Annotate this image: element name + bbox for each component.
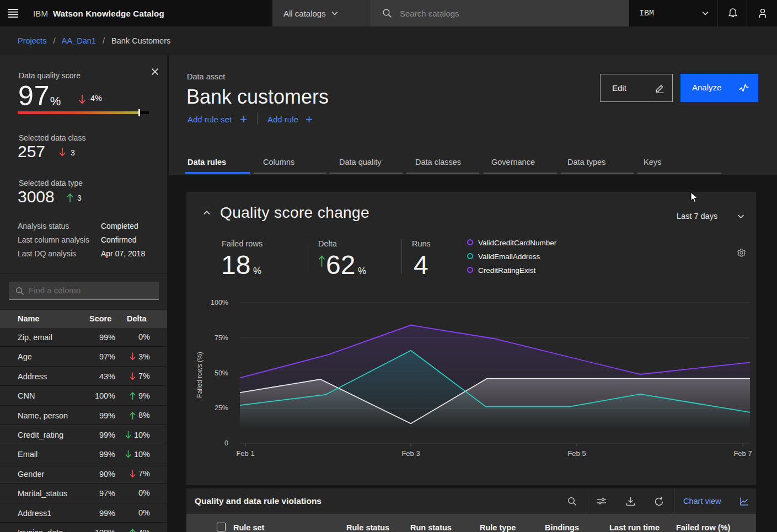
svg-text:Feb 7: Feb 7 xyxy=(733,449,752,458)
svg-text:Failed rows (%): Failed rows (%) xyxy=(196,352,203,397)
svg-text:Feb 5: Feb 5 xyxy=(567,449,586,458)
svg-text:0: 0 xyxy=(224,439,228,447)
svg-text:Feb 1: Feb 1 xyxy=(236,449,254,458)
svg-text:75%: 75% xyxy=(215,334,228,342)
svg-text:25%: 25% xyxy=(215,404,228,412)
svg-text:Feb 3: Feb 3 xyxy=(401,449,420,458)
svg-text:50%: 50% xyxy=(215,369,228,377)
svg-text:100%: 100% xyxy=(211,299,228,307)
